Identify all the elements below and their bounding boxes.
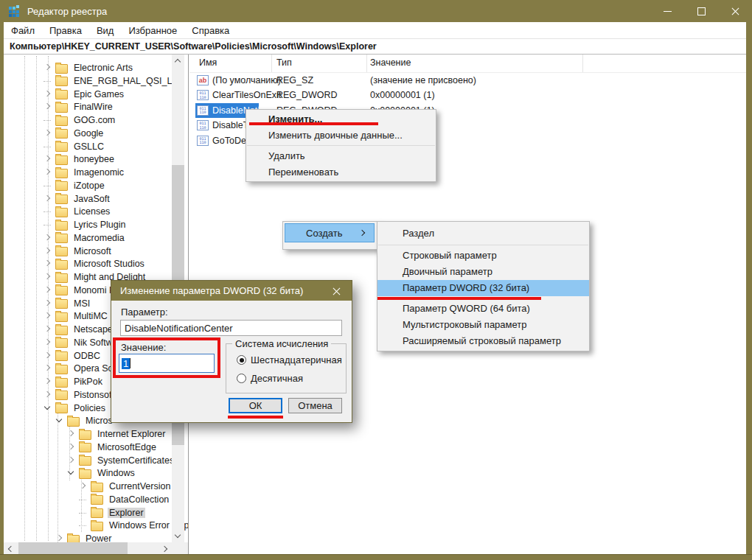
tree-item-macromedia[interactable]: Macromedia bbox=[4, 231, 126, 245]
tree-collapsed-chevron-icon[interactable] bbox=[43, 233, 53, 243]
tree-expanded-chevron-icon[interactable] bbox=[55, 416, 65, 426]
tree-collapsed-chevron-icon[interactable] bbox=[43, 311, 53, 321]
address-bar[interactable]: Компьютер\HKEY_CURRENT_USER\Software\Pol… bbox=[4, 39, 746, 55]
value-row-cleartilesonexit[interactable]: ClearTilesOnExitREG_DWORD0x00000001 (1) bbox=[189, 88, 746, 104]
column-separator[interactable] bbox=[582, 55, 583, 72]
context-menu-item-переименовать[interactable]: Переименовать bbox=[246, 164, 436, 181]
submenu-item-расширяемый-строковый-параметр[interactable]: Расширяемый строковый параметр bbox=[377, 333, 589, 349]
tree-item-micros[interactable]: Micros bbox=[4, 414, 114, 427]
tree-collapsed-chevron-icon[interactable] bbox=[43, 154, 53, 164]
tree-item-finalwire[interactable]: FinalWire bbox=[4, 100, 114, 113]
menubar-item-вид[interactable]: Вид bbox=[89, 23, 122, 38]
dialog-close-button[interactable] bbox=[321, 281, 352, 301]
cancel-button[interactable]: Отмена bbox=[288, 398, 342, 413]
tree-collapsed-chevron-icon[interactable] bbox=[43, 337, 53, 348]
scroll-left-arrow-icon[interactable] bbox=[4, 542, 16, 555]
column-header-значение[interactable]: Значение bbox=[370, 57, 411, 68]
create-menu-item[interactable]: Создать bbox=[285, 223, 375, 242]
tree-item-pikpok[interactable]: PikPok bbox=[4, 375, 104, 388]
column-header-имя[interactable]: Имя bbox=[199, 57, 217, 68]
tree-collapsed-chevron-icon[interactable] bbox=[43, 246, 53, 256]
tree-collapsed-chevron-icon[interactable] bbox=[43, 102, 53, 112]
tree-item-netscape[interactable]: Netscape bbox=[4, 323, 114, 336]
minimize-button[interactable] bbox=[650, 0, 684, 22]
maximize-button[interactable] bbox=[684, 0, 718, 22]
menubar-item-справка[interactable]: Справка bbox=[184, 23, 237, 38]
tree-item-msi[interactable]: MSI bbox=[4, 297, 91, 310]
tree-item-nik-softw[interactable]: Nik Softw bbox=[4, 336, 114, 349]
tree-item-currentversion[interactable]: CurrentVersion bbox=[4, 480, 172, 493]
radio-hexadecimal[interactable]: Шестнадцатеричная bbox=[237, 354, 342, 365]
tree-expanded-chevron-icon[interactable] bbox=[43, 403, 53, 413]
scroll-down-arrow-icon[interactable] bbox=[172, 530, 184, 542]
context-menu-item-изменить-двоичные-данные[interactable]: Изменить двоичные данные... bbox=[246, 127, 436, 144]
tree-collapsed-chevron-icon[interactable] bbox=[43, 285, 53, 295]
tree-item-systemcertificates[interactable]: SystemCertificates bbox=[4, 454, 175, 467]
tree-item-windows-error-rep[interactable]: Windows Error Rep bbox=[4, 519, 188, 532]
tree-collapsed-chevron-icon[interactable] bbox=[43, 377, 53, 387]
tree-collapsed-chevron-icon[interactable] bbox=[43, 298, 53, 309]
tree-item-imagenomic[interactable]: Imagenomic bbox=[4, 166, 125, 179]
column-separator[interactable] bbox=[271, 55, 272, 72]
tree-item-google[interactable]: Google bbox=[4, 127, 105, 140]
ok-button[interactable]: ОК bbox=[229, 398, 282, 413]
tree-item-gsllc[interactable]: GSLLC bbox=[4, 140, 105, 153]
tree-collapsed-chevron-icon[interactable] bbox=[66, 442, 77, 452]
tree-item-izotope[interactable]: iZotope bbox=[4, 179, 106, 192]
submenu-item-раздел[interactable]: Раздел bbox=[377, 224, 589, 242]
tree-collapsed-chevron-icon[interactable] bbox=[43, 89, 53, 99]
tree-collapsed-chevron-icon[interactable] bbox=[43, 128, 53, 139]
radio-decimal[interactable]: Десятичная bbox=[237, 373, 303, 384]
tree-collapsed-chevron-icon[interactable] bbox=[43, 194, 53, 204]
scroll-right-arrow-icon[interactable] bbox=[159, 542, 172, 555]
tree-item-explorer[interactable]: Explorer bbox=[4, 506, 145, 519]
tree-collapsed-chevron-icon[interactable] bbox=[43, 259, 53, 269]
tree-collapsed-chevron-icon[interactable] bbox=[43, 390, 53, 400]
submenu-item-двоичный-параметр[interactable]: Двоичный параметр bbox=[377, 264, 589, 280]
scroll-up-arrow-icon[interactable] bbox=[172, 55, 184, 67]
submenu-item-параметр-dword-32-бита[interactable]: Параметр DWORD (32 бита) bbox=[377, 280, 589, 296]
tree-item-microsoft-studios[interactable]: Microsoft Studios bbox=[4, 257, 146, 270]
tree-expanded-chevron-icon[interactable] bbox=[66, 468, 77, 478]
tree-item-internet-explorer[interactable]: Internet Explorer bbox=[4, 427, 167, 441]
tree-item-honeybee[interactable]: honeybee bbox=[4, 153, 116, 166]
tree-collapsed-chevron-icon[interactable] bbox=[43, 272, 53, 282]
tree-item-opera-sof[interactable]: Opera Sof bbox=[4, 362, 117, 375]
column-header-тип[interactable]: Тип bbox=[276, 57, 292, 68]
tree-item-odbc[interactable]: ODBC bbox=[4, 349, 102, 363]
tree-item-monomi-p[interactable]: Monomi P bbox=[4, 284, 116, 297]
menubar-item-файл[interactable]: Файл bbox=[4, 23, 42, 38]
tree-collapsed-chevron-icon[interactable] bbox=[66, 429, 77, 439]
tree-item-microsoftedge[interactable]: MicrosoftEdge bbox=[4, 441, 158, 454]
tree-collapsed-chevron-icon[interactable] bbox=[78, 481, 88, 491]
tree-collapsed-chevron-icon[interactable] bbox=[43, 351, 53, 361]
tree-item-microsoft[interactable]: Microsoft bbox=[4, 245, 113, 258]
menubar-item-избранное[interactable]: Избранное bbox=[121, 23, 184, 38]
submenu-item-строковый-параметр[interactable]: Строковый параметр bbox=[377, 248, 589, 264]
tree-item-multimc[interactable]: MultiMC bbox=[4, 309, 109, 323]
tree-collapsed-chevron-icon[interactable] bbox=[66, 455, 77, 466]
tree-item-policies[interactable]: Policies bbox=[4, 402, 107, 415]
tree-item-ene-rgb-hal-qsi-loki[interactable]: ENE_RGB_HAL_QSI_Loki bbox=[4, 74, 185, 88]
submenu-item-параметр-qword-64-бита[interactable]: Параметр QWORD (64 бита) bbox=[377, 301, 589, 317]
param-name-field[interactable]: DisableNotificationCenter bbox=[120, 320, 342, 336]
tree-item-epic-games[interactable]: Epic Games bbox=[4, 88, 125, 101]
tree-item-gog-com[interactable]: GOG.com bbox=[4, 113, 116, 127]
tree-item-electronic-arts[interactable]: Electronic Arts bbox=[4, 61, 134, 74]
tree-item-licenses[interactable]: Licenses bbox=[4, 205, 111, 218]
submenu-item-мультистроковый-параметр[interactable]: Мультистроковый параметр bbox=[377, 317, 589, 333]
tree-item-lyrics-plugin[interactable]: Lyrics Plugin bbox=[4, 218, 127, 231]
column-separator[interactable] bbox=[366, 55, 367, 72]
tree-item-windows[interactable]: Windows bbox=[4, 466, 136, 480]
menubar-item-правка[interactable]: Правка bbox=[42, 23, 89, 38]
tree-hscroll-thumb[interactable] bbox=[18, 542, 128, 555]
tree-horizontal-scrollbar[interactable] bbox=[4, 542, 172, 555]
tree-collapsed-chevron-icon[interactable] bbox=[43, 363, 53, 374]
tree-item-javasoft[interactable]: JavaSoft bbox=[4, 192, 111, 206]
context-menu-item-удалить[interactable]: Удалить bbox=[246, 148, 436, 164]
close-button[interactable] bbox=[718, 0, 752, 22]
tree-item-datacollection[interactable]: DataCollection bbox=[4, 493, 170, 506]
tree-item-pistonsoft[interactable]: Pistonsoft bbox=[4, 388, 116, 402]
tree-collapsed-chevron-icon[interactable] bbox=[43, 63, 53, 73]
tree-collapsed-chevron-icon[interactable] bbox=[43, 167, 53, 178]
